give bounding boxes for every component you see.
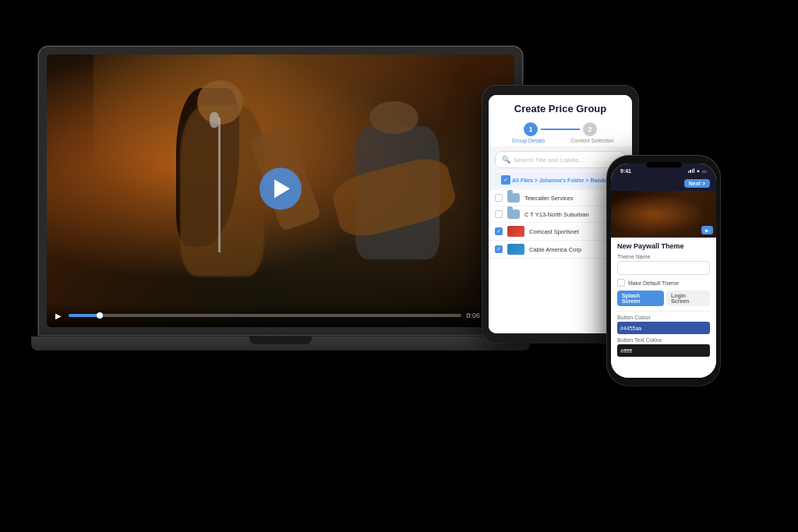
laptop-base bbox=[31, 336, 530, 351]
singer-body bbox=[180, 105, 264, 277]
phone-next-button[interactable]: Next > bbox=[684, 179, 710, 188]
breadcrumb-text: All Files > Johanna's Folder > Random bbox=[512, 178, 612, 183]
login-screen-tab[interactable]: Login Screen bbox=[666, 291, 710, 306]
folder-icon-1 bbox=[507, 193, 520, 203]
tablet-header: Create Price Group bbox=[489, 95, 632, 118]
button-text-colour-value: #ffffff bbox=[620, 348, 632, 354]
file-checkbox-3[interactable]: ✓ bbox=[495, 227, 503, 235]
phone-content: New Paywall Theme Theme Name Make Defaul… bbox=[611, 238, 716, 378]
progress-dot bbox=[97, 312, 103, 319]
battery-icon: ▭ bbox=[702, 168, 707, 174]
video-thumb-3 bbox=[507, 226, 524, 237]
step-1-circle: 1 bbox=[524, 122, 538, 136]
main-scene: ▶ 0:06 🔊 ⛶ Cre bbox=[0, 0, 798, 532]
default-theme-checkbox[interactable] bbox=[617, 279, 625, 287]
folder-icon-2 bbox=[507, 210, 520, 219]
step-2-label: Content Selection bbox=[560, 138, 624, 143]
phone-video-thumbnail: ▶ bbox=[611, 191, 716, 238]
laptop-screen-outer: ▶ 0:06 🔊 ⛶ bbox=[39, 47, 522, 335]
phone-nav-header: Next > bbox=[611, 178, 716, 191]
signal-bar-1 bbox=[688, 171, 689, 173]
phone-video-play-button[interactable]: ▶ bbox=[701, 226, 713, 234]
phone-status-icons: ▲ ▭ bbox=[688, 168, 707, 174]
theme-name-label: Theme Name bbox=[617, 254, 710, 259]
tablet-search-box[interactable]: 🔍 Search Title and Labels... bbox=[495, 151, 626, 168]
screen-tabs: Splash Screen Login Screen bbox=[617, 291, 710, 306]
phone-screen: 9:41 ▲ ▭ Next > ▶ bbox=[611, 164, 716, 378]
search-placeholder: Search Title and Labels... bbox=[514, 157, 584, 164]
video-thumb-4 bbox=[507, 244, 524, 255]
phone-notch bbox=[646, 162, 681, 167]
progress-bar[interactable] bbox=[69, 314, 461, 317]
laptop-device: ▶ 0:06 🔊 ⛶ bbox=[39, 47, 522, 389]
tablet-title: Create Price Group bbox=[496, 103, 624, 115]
progress-fill bbox=[69, 314, 100, 317]
signal-bar-4 bbox=[694, 168, 694, 173]
video-controls-bar: ▶ 0:06 🔊 ⛶ bbox=[47, 304, 514, 327]
splash-screen-tab[interactable]: Splash Screen bbox=[617, 291, 664, 306]
divider-1 bbox=[617, 311, 710, 312]
phone-device: 9:41 ▲ ▭ Next > ▶ bbox=[607, 156, 720, 386]
button-colour-value: #4455aa bbox=[620, 326, 641, 331]
breadcrumb: ✓ All Files > Johanna's Folder > Random bbox=[495, 173, 626, 187]
file-checkbox-4[interactable]: ✓ bbox=[495, 245, 503, 253]
laptop-body: ▶ 0:06 🔊 ⛶ bbox=[39, 47, 522, 351]
step-labels: Group Details Content Selection bbox=[489, 138, 632, 146]
breadcrumb-check-icon: ✓ bbox=[501, 175, 510, 185]
button-colour-label: Button Colour bbox=[617, 315, 710, 320]
paywall-section-title: New Paywall Theme bbox=[617, 242, 710, 250]
default-theme-label: Make Default Theme bbox=[628, 280, 679, 286]
default-theme-row: Make Default Theme bbox=[617, 279, 710, 287]
button-text-colour-swatch[interactable]: #ffffff bbox=[617, 344, 710, 357]
time-display: 0:06 bbox=[466, 312, 480, 319]
guitarist-figure bbox=[327, 96, 468, 301]
play-pause-button[interactable]: ▶ bbox=[53, 310, 64, 321]
laptop-screen-inner: ▶ 0:06 🔊 ⛶ bbox=[47, 55, 514, 327]
file-checkbox-2[interactable] bbox=[495, 210, 503, 218]
step-1-label: Group Details bbox=[496, 138, 560, 143]
step-2-circle: 2 bbox=[583, 122, 597, 136]
stepper: 1 2 bbox=[489, 118, 632, 138]
signal-bar-3 bbox=[692, 169, 693, 173]
signal-icon bbox=[688, 168, 694, 173]
file-checkbox-1[interactable] bbox=[495, 194, 503, 202]
step-line bbox=[541, 129, 580, 130]
search-icon: 🔍 bbox=[502, 156, 510, 164]
signal-bar-2 bbox=[690, 170, 690, 173]
microphone bbox=[210, 112, 219, 128]
theme-name-input[interactable] bbox=[617, 261, 710, 275]
play-icon bbox=[274, 179, 290, 198]
laptop-notch bbox=[249, 336, 312, 344]
button-colour-swatch[interactable]: #4455aa bbox=[617, 322, 710, 334]
wifi-icon: ▲ bbox=[696, 168, 701, 173]
phone-video-overlay bbox=[611, 191, 716, 238]
phone-time: 9:41 bbox=[620, 168, 631, 174]
mic-stand bbox=[218, 118, 221, 252]
button-text-colour-label: Button Text Colour bbox=[617, 337, 710, 343]
play-button[interactable] bbox=[260, 167, 302, 210]
